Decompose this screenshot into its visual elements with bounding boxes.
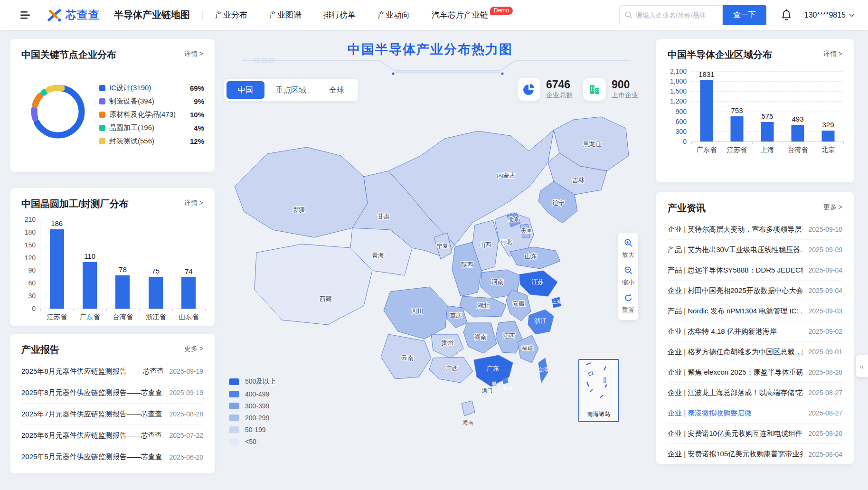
- bar-广东省: 1831广东省: [691, 71, 722, 141]
- nav-item-4[interactable]: 汽车芯片产业链Demo: [432, 9, 513, 20]
- province-tianjin[interactable]: [520, 224, 530, 237]
- region-distribution-card: 中国半导体企业区域分布 详情 > 2,1001,8001,5001,200900…: [656, 39, 854, 182]
- news-item[interactable]: 企业 | 杰华特 4.18 亿并购新港海岸2025-09-02: [668, 321, 842, 342]
- map-legend-item: 50-199: [229, 426, 276, 433]
- province-label-hongkong: 香港: [503, 386, 513, 391]
- detail-link[interactable]: 详情 >: [184, 50, 203, 58]
- news-item[interactable]: 企业 | 安费诺10亿美元收购互连和电缆组件供...2025-08-20: [668, 424, 842, 444]
- news-item[interactable]: 企业 | 江波龙上海总部落成！以高端存储"芯"...2025-08-27: [668, 383, 842, 403]
- divider: [202, 10, 203, 20]
- news-item[interactable]: 产品 | 思远半导体SY5888：DDR5 JEDEC标...2025-09-0…: [668, 260, 842, 281]
- province-xinjiang[interactable]: [235, 147, 368, 237]
- province-hunan[interactable]: [463, 323, 497, 353]
- page-title: 中国半导体产业分布热力图: [221, 41, 639, 58]
- map-tab-全球[interactable]: 全球: [318, 81, 356, 99]
- province-shandong[interactable]: [510, 247, 560, 269]
- more-link[interactable]: 更多 >: [823, 203, 842, 212]
- nav-item-2[interactable]: 排行榜单: [323, 9, 356, 20]
- bar-台湾省: 493台湾省: [783, 71, 813, 141]
- logo-icon: [46, 7, 63, 24]
- reset-icon: [624, 293, 633, 304]
- province-zhejiang[interactable]: [528, 310, 554, 334]
- legend-item: 原材料及化学品(473)10%: [99, 110, 204, 119]
- map-tab-中国[interactable]: 中国: [226, 81, 264, 99]
- collapse-panel-handle[interactable]: «: [856, 355, 868, 377]
- card-title: 产业报告: [21, 343, 59, 356]
- detail-link[interactable]: 详情 >: [823, 50, 842, 58]
- card-title: 中国晶圆加工/封测厂分布: [21, 198, 129, 210]
- report-item[interactable]: 2025年5月元器件供应链监测报告——芯查查...2025-06-20: [21, 446, 203, 468]
- province-sichuan[interactable]: [384, 287, 447, 339]
- stat-value: 900: [612, 79, 638, 90]
- legend-item: 封装测试(556)12%: [99, 137, 204, 146]
- nav-item-3[interactable]: 产业动向: [377, 9, 410, 20]
- chevron-down-icon: [849, 13, 855, 17]
- province-guizhou[interactable]: [431, 334, 463, 358]
- industry-news-card: 产业资讯 更多 > 企业 | 英特尔高层大变动，宣布多项领导层任命2025-09…: [656, 192, 854, 464]
- south-china-sea-inset: 南海诸岛: [578, 359, 619, 422]
- report-item[interactable]: 2025年8月元器件供应链监测报告——芯查查...2025-09-19: [21, 382, 203, 404]
- search-box: [619, 5, 723, 25]
- bar-浙江省: 75浙江省: [139, 219, 172, 309]
- menu-icon[interactable]: [19, 9, 31, 21]
- news-item[interactable]: 企业 | 泰凌微拟收购磐启微2025-08-27: [668, 403, 842, 424]
- region-bar-chart: 2,1001,8001,5001,20090060030001831广东省753…: [666, 61, 846, 179]
- card-title: 产业资讯: [668, 202, 706, 215]
- more-link[interactable]: 更多 >: [184, 345, 203, 353]
- report-list: 2025年8月元器件供应链监测报告—— 芯查查...2025-09-192025…: [21, 361, 203, 468]
- search-button[interactable]: 查一下: [723, 5, 766, 25]
- province-yunnan[interactable]: [381, 334, 431, 379]
- account-menu[interactable]: 130****9815: [804, 11, 855, 19]
- report-item[interactable]: 2025年7月元器件供应链监测报告——芯查查...2025-08-28: [21, 404, 203, 425]
- zoom-out-icon: [624, 266, 633, 276]
- province-taiwan[interactable]: [538, 358, 548, 383]
- news-item[interactable]: 企业 | 村田中国亮相2025开放数据中心大会...2025-09-04: [668, 281, 842, 301]
- title-decoration: [237, 58, 632, 77]
- map-legend-item: 400-499: [229, 390, 276, 398]
- nav-item-1[interactable]: 产业图谱: [269, 9, 302, 20]
- news-item[interactable]: 企业 | 英特尔高层大变动，宣布多项领导层任命2025-09-10: [668, 219, 842, 240]
- detail-link[interactable]: 详情 >: [184, 199, 203, 207]
- stat-listed-enterprises: 900 上市企业: [583, 78, 638, 101]
- news-item[interactable]: 企业 | 安费诺拟105亿美元收购康普宽带业务2025-08-04: [668, 444, 842, 464]
- inset-label: 南海诸岛: [579, 410, 618, 418]
- reset-button[interactable]: 重置: [618, 293, 638, 314]
- province-anhui[interactable]: [506, 290, 531, 321]
- news-item[interactable]: 企业 | 格罗方德任命胡维多为中国区总裁，助...2025-09-01: [668, 342, 842, 362]
- map-tab-重点区域[interactable]: 重点区域: [264, 81, 318, 99]
- province-hubei[interactable]: [460, 296, 506, 317]
- province-label-macau: 澳门: [482, 387, 492, 393]
- bar-上海: 575上海: [752, 71, 783, 141]
- account-phone: 130****9815: [804, 11, 846, 19]
- zoom-out-button[interactable]: 缩小: [618, 266, 638, 287]
- news-item[interactable]: 企业 | 聚焦 elexcon 2025：康盈半导体重磅...2025-08-2…: [668, 362, 842, 383]
- province-hongkong[interactable]: [502, 378, 508, 384]
- search-input[interactable]: [636, 11, 717, 19]
- news-item[interactable]: 产品 | Nordic 发布 nPM1304 电源管理 IC: ...2025-…: [668, 301, 842, 321]
- zoom-in-button[interactable]: 放大: [618, 238, 638, 259]
- province-jiangxi[interactable]: [496, 321, 522, 353]
- map-legend-item: 500及以上: [229, 377, 276, 386]
- search-wrap: 查一下: [619, 5, 766, 25]
- stat-label: 上市企业: [612, 91, 638, 100]
- province-guangxi[interactable]: [429, 357, 473, 383]
- province-macau[interactable]: [492, 381, 496, 386]
- map-legend-item: 300-399: [229, 402, 276, 410]
- bell-icon[interactable]: [781, 9, 792, 21]
- province-hainan[interactable]: [462, 401, 475, 416]
- province-jiangsu[interactable]: [519, 271, 557, 296]
- app-logo[interactable]: 芯查查: [46, 7, 100, 24]
- card-title: 中国半导体企业区域分布: [668, 48, 772, 61]
- province-shanghai[interactable]: [552, 297, 561, 308]
- nav-item-0[interactable]: 产业分布: [215, 9, 247, 20]
- inset-islands: [579, 360, 618, 412]
- report-item[interactable]: 2025年6月元器件供应链监测报告——芯查查...2025-07-22: [21, 425, 203, 446]
- donut-legend: IC设计(3190)69%制造设备(394)9%原材料及化学品(473)10%晶…: [99, 84, 204, 146]
- province-xizang[interactable]: [255, 244, 372, 325]
- bar-山东省: 74山东省: [172, 219, 205, 309]
- map-legend: 500及以上400-499300-399200-29950-199<50: [229, 377, 276, 445]
- news-item[interactable]: 产品 | 艾为推出30V工业级电压线性稳压器...2025-09-09: [668, 240, 842, 260]
- bar-广东省: 110广东省: [73, 219, 106, 309]
- map-legend-item: <50: [229, 438, 276, 445]
- report-item[interactable]: 2025年8月元器件供应链监测报告—— 芯查查...2025-09-19: [21, 361, 203, 382]
